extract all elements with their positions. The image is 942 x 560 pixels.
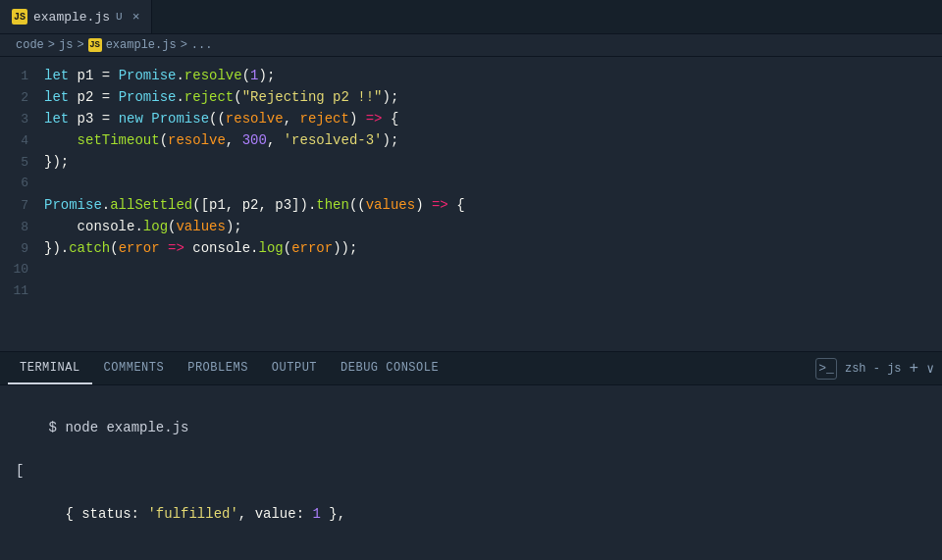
code-content-9: }).catch(error => console.log(error)); [44,237,942,259]
shell-label: zsh - js [845,362,902,376]
code-editor: 1 let p1 = Promise.resolve(1); 2 let p2 … [0,57,942,351]
tab-output[interactable]: OUTPUT [260,352,329,384]
line-number-9: 9 [0,238,44,260]
terminal-prompt: $ [49,420,66,435]
code-line-3: 3 let p3 = new Promise((resolve, reject)… [0,108,942,129]
tab-comments[interactable]: COMMENTS [92,352,177,384]
breadcrumb: code > js > JS example.js > ... [0,34,942,57]
breadcrumb-sep1: > [48,38,55,52]
code-line-9: 9 }).catch(error => console.log(error)); [0,237,942,259]
code-line-8: 8 console.log(values); [0,216,942,237]
breadcrumb-filename[interactable]: example.js [106,38,177,52]
code-line-5: 5 }); [0,151,942,173]
code-content-5: }); [44,151,942,173]
code-line-6: 6 [0,173,942,194]
code-line-11: 11 [0,280,942,302]
line-number-6: 6 [0,173,44,194]
code-content-8: console.log(values); [44,216,942,237]
code-line-4: 4 setTimeout(resolve, 300, 'resolved-3')… [0,129,942,151]
terminal-chevron-icon: >_ [818,361,834,376]
panel-chevron-button[interactable]: ∨ [926,361,934,377]
breadcrumb-sep2: > [77,38,83,52]
terminal-prompt-line: $ node example.js [16,395,926,460]
line-number-5: 5 [0,152,44,174]
terminal-output-line-1: { status: 'fulfilled', value: 1 }, [16,482,926,546]
code-line-2: 2 let p2 = Promise.reject("Rejecting p2 … [0,86,942,108]
line-number-1: 1 [0,66,44,87]
tab-bar: JS example.js U × [0,0,942,34]
line-number-4: 4 [0,130,44,152]
breadcrumb-code[interactable]: code [16,38,44,52]
js-file-icon: JS [12,9,27,25]
code-content-4: setTimeout(resolve, 300, 'resolved-3'); [44,129,942,151]
add-terminal-button[interactable]: + [910,360,919,378]
terminal-new-icon[interactable]: >_ [815,358,837,380]
code-line-1: 1 let p1 = Promise.resolve(1); [0,65,942,86]
tab-debug-console[interactable]: DEBUG CONSOLE [329,352,450,384]
line-number-3: 3 [0,109,44,130]
line-number-11: 11 [0,280,44,302]
line-number-7: 7 [0,195,44,217]
line-number-2: 2 [0,87,44,109]
breadcrumb-ellipsis: ... [191,38,213,52]
code-line-7: 7 Promise.allSettled([p1, p2, p3]).then(… [0,194,942,216]
code-content-7: Promise.allSettled([p1, p2, p3]).then((v… [44,194,942,216]
breadcrumb-sep3: > [181,38,187,52]
panel-tabs: TERMINAL COMMENTS PROBLEMS OUTPUT DEBUG … [0,351,942,385]
tab-close-button[interactable]: × [132,10,140,25]
tab-modified-indicator: U [116,11,123,23]
tab-example-js[interactable]: JS example.js U × [0,0,152,33]
breadcrumb-js[interactable]: js [59,38,73,52]
terminal-command: node example.js [65,420,188,435]
line-number-10: 10 [0,259,44,280]
line-number-8: 8 [0,217,44,238]
code-content-1: let p1 = Promise.resolve(1); [44,65,942,86]
code-line-10: 10 [0,259,942,280]
code-content-3: let p3 = new Promise((resolve, reject) =… [44,108,942,129]
tab-terminal[interactable]: TERMINAL [8,352,92,384]
terminal-output-bracket-open: [ [16,460,926,482]
breadcrumb-js-icon: JS [88,38,102,52]
tab-filename: example.js [33,10,110,25]
tab-problems[interactable]: PROBLEMS [176,352,260,384]
code-content-2: let p2 = Promise.reject("Rejecting p2 !!… [44,86,942,108]
terminal-panel[interactable]: $ node example.js [ { status: 'fulfilled… [0,385,942,560]
panel-tab-actions: >_ zsh - js + ∨ [815,358,934,380]
terminal-output-line-2: { status: 'rejected', reason: 'Rejecting… [16,546,926,560]
